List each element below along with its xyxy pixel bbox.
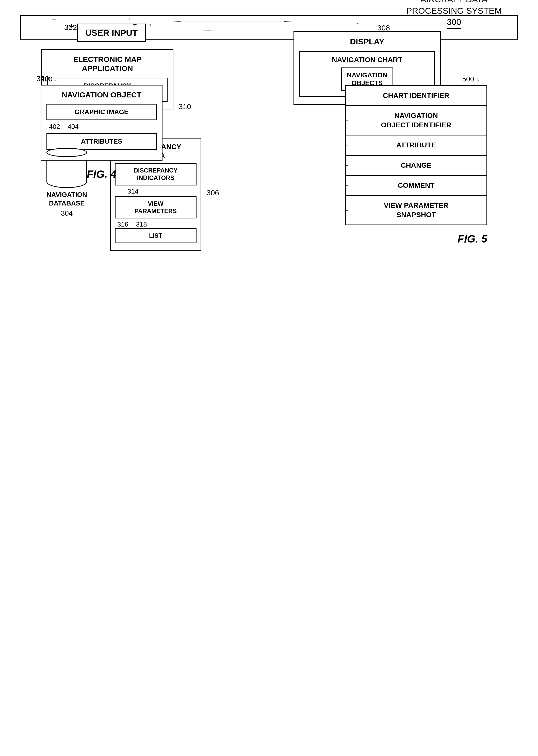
label-404: 404 [68,123,79,131]
fig4-group: 400 ↓ NAVIGATION OBJECT GRAPHIC IMAGE 40… [41,75,162,180]
label-314: 314 [128,187,196,195]
system-name: AIRCRAFT DATAPROCESSING SYSTEM [406,0,502,16]
fig5-ref-512: 512 ← [345,206,349,215]
fig3-diagram: AIRCRAFT DATAPROCESSING SYSTEM 300 308 D… [20,15,518,40]
view-parameters-box: VIEWPARAMETERS [115,196,196,219]
label-500: 500 [462,75,474,83]
label-322: 322 [64,23,77,32]
nav-chart-title: NAVIGATION CHART [304,56,430,64]
fig5-ref-502: 502 ← [345,91,349,100]
fig5-row-nav-obj-id: 504 ← NAVIGATIONOBJECT IDENTIFIER [346,106,486,135]
nav-db-label: NAVIGATIONDATABASE [46,191,87,208]
fig5-title: FIG. 5 [345,233,487,245]
ema-title: ELECTRONIC MAP APPLICATION [47,55,168,73]
fig5-outer-box: 502 ← CHART IDENTIFIER 504 ← NAVIGATIONO… [345,85,487,225]
fig4-title: FIG. 4 [41,168,162,180]
label-400-arrow: 400 ↓ [41,75,162,83]
label-310: 310 [179,102,191,111]
cyl-top [46,148,87,157]
fig5-row-view-param: 512 ← VIEW PARAMETERSNAPSHOT [346,196,486,224]
user-input-box: USER INPUT [77,24,146,42]
display-title: DISPLAY [299,37,435,46]
labels-316-318: 316 318 [117,220,196,228]
fig5-ref-504: 504 ← [345,116,349,125]
fig5-ref-506: 506 ← [345,141,349,150]
fig5-ref-510: 510 ← [345,181,349,190]
label-304: 304 [46,209,87,217]
system-label: AIRCRAFT DATAPROCESSING SYSTEM 300 [406,0,502,29]
label-402: 402 [49,123,60,131]
fig45-row: 400 ↓ NAVIGATION OBJECT GRAPHIC IMAGE 40… [20,75,518,245]
list-box: LIST [115,228,196,243]
fig5-row-comment: 510 ← COMMENT [346,176,486,196]
labels-402-404: 402 404 [49,123,157,131]
label-318: 318 [136,220,147,228]
system-number: 300 [447,16,461,29]
fig5-row-chart-identifier: 502 ← CHART IDENTIFIER [346,86,486,106]
fig4-graphic-image-box: GRAPHIC IMAGE [46,104,157,120]
label-500-area: 500 ↓ [345,75,487,83]
label-400: 400 [41,75,53,83]
label-316: 316 [117,220,128,228]
label-306: 306 [206,188,219,197]
fig5-row-change: 508 ← CHANGE [346,156,486,176]
fig4-nav-object-title: NAVIGATION OBJECT [46,91,157,99]
arrow-down-400: ↓ [55,75,58,83]
fig5-group: 500 ↓ 502 ← CHART IDENTIFIER 504 ← NAVIG… [345,75,487,245]
fig4-attributes-box: ATTRIBUTES [46,133,157,150]
fig5-row-attribute: 506 ← ATTRIBUTE [346,135,486,156]
fig5-ref-508: 508 ← [345,161,349,170]
label-308: 308 [377,24,390,32]
arrow-down-500: ↓ [476,75,480,83]
